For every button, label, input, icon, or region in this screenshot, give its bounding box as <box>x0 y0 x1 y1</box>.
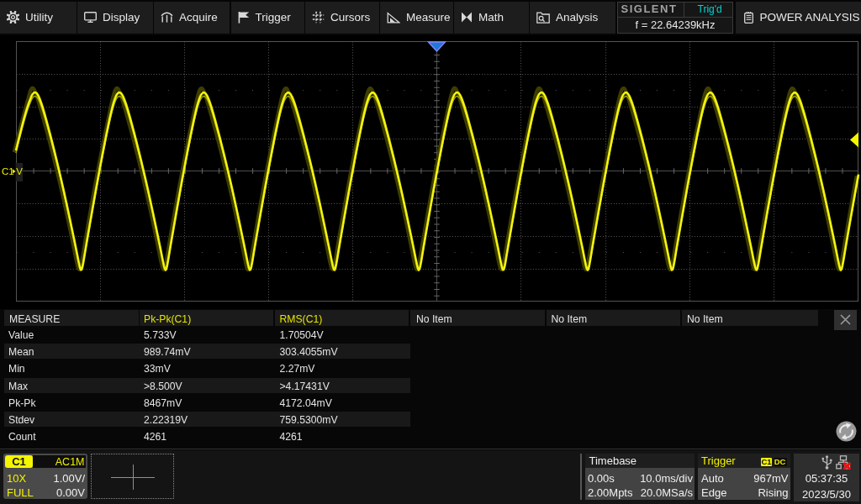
svg-text:C1: C1 <box>2 166 14 176</box>
svg-text:V: V <box>16 166 23 176</box>
